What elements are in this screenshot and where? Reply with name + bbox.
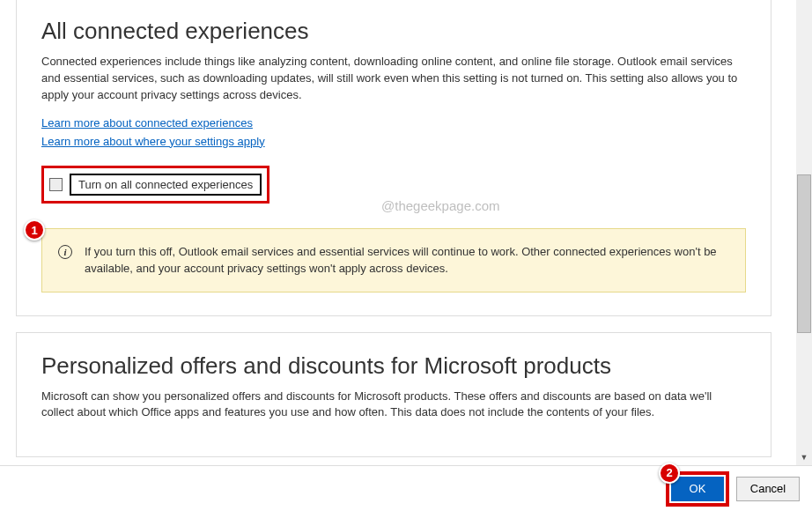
watermark-text: @thegeekpage.com — [381, 198, 499, 213]
section-description: Connected experiences include things lik… — [41, 54, 746, 104]
links-block: Learn more about connected experiences L… — [41, 116, 746, 148]
section-heading: All connected experiences — [41, 18, 746, 45]
dialog-content-scroll: All connected experiences Connected expe… — [0, 0, 787, 465]
dialog-footer: 2 OK Cancel — [0, 465, 812, 511]
ok-button[interactable]: OK — [671, 477, 724, 501]
section-heading: Personalized offers and discounts for Mi… — [41, 352, 746, 380]
learn-more-connected-link[interactable]: Learn more about connected experiences — [41, 116, 253, 130]
checkbox-highlight-box: Turn on all connected experiences — [41, 166, 269, 204]
scrollbar-thumb[interactable] — [797, 174, 811, 333]
info-icon: i — [58, 245, 72, 259]
section-description: Microsoft can show you personalized offe… — [41, 389, 746, 422]
personalized-offers-panel: Personalized offers and discounts for Mi… — [16, 332, 771, 458]
annotation-badge-1: 1 — [24, 219, 45, 241]
turn-on-all-checkbox[interactable] — [49, 178, 63, 191]
turn-on-all-checkbox-label[interactable]: Turn on all connected experiences — [70, 174, 262, 196]
scrollbar-down-arrow-icon[interactable]: ▼ — [796, 449, 812, 465]
vertical-scrollbar[interactable]: ▼ — [796, 0, 812, 465]
cancel-button[interactable]: Cancel — [736, 477, 800, 501]
connected-experiences-panel: All connected experiences Connected expe… — [16, 0, 771, 316]
info-text: If you turn this off, Outlook email serv… — [85, 243, 729, 278]
learn-more-settings-apply-link[interactable]: Learn more about where your settings app… — [41, 135, 265, 148]
info-callout: i If you turn this off, Outlook email se… — [41, 228, 746, 293]
ok-button-highlight-box: 2 OK — [666, 471, 729, 507]
annotation-badge-2: 2 — [659, 463, 680, 484]
